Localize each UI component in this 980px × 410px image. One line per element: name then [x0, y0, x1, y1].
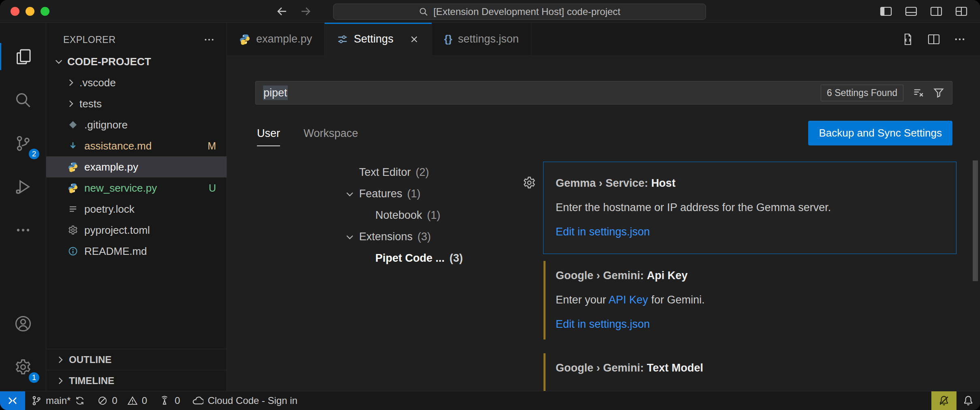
tree-item-assistance-md[interactable]: assistance.md M — [46, 135, 227, 156]
edit-in-settings-json-link[interactable]: Edit in settings.json — [556, 317, 650, 331]
manage-settings-button[interactable]: 1 — [0, 345, 46, 389]
accounts-activity-button[interactable] — [0, 302, 46, 345]
split-editor-icon[interactable] — [927, 33, 940, 46]
run-debug-activity-button[interactable] — [0, 165, 46, 208]
ellipsis-icon — [15, 222, 32, 239]
traffic-lights — [11, 7, 49, 16]
python-icon — [67, 183, 79, 193]
tree-root-code-project[interactable]: CODE-PROJECT — [46, 51, 227, 72]
toc-item-features[interactable]: Features (1) — [227, 183, 543, 205]
toc-item-text-editor[interactable]: Text Editor (2) — [227, 162, 543, 183]
chevron-right-icon — [55, 354, 66, 365]
explorer-activity-button[interactable] — [0, 35, 46, 78]
json-braces-icon: {} — [444, 33, 452, 45]
gear-file-icon — [67, 225, 79, 235]
toc-item-notebook[interactable]: Notebook (1) — [227, 205, 543, 226]
customize-layout-icon[interactable] — [954, 5, 969, 18]
chevron-right-icon — [66, 77, 76, 88]
notifications-bell[interactable] — [956, 391, 980, 410]
setting-gemma-service-host[interactable]: Gemma › Service: Host Enter the hostname… — [543, 162, 956, 254]
lock-file-lines-icon — [67, 204, 79, 214]
tree-item-vscode[interactable]: .vscode — [46, 72, 227, 93]
tab-settings-json[interactable]: {} settings.json — [432, 23, 531, 56]
close-tab-icon[interactable] — [409, 34, 419, 45]
window-title: [Extension Development Host] code-projec… — [433, 6, 621, 17]
activity-bar: 2 — [0, 23, 46, 391]
search-activity-button[interactable] — [0, 78, 46, 122]
tree-item-pyproject-toml[interactable]: pyproject.toml — [46, 220, 227, 241]
more-actions-icon[interactable] — [953, 33, 966, 46]
scope-tab-workspace[interactable]: Workspace — [304, 127, 358, 146]
explorer-more-actions-icon[interactable] — [203, 34, 215, 46]
back-icon[interactable] — [276, 5, 289, 18]
settings-badge: 1 — [28, 372, 40, 384]
minimize-window-button[interactable] — [26, 7, 34, 16]
errors-icon — [97, 395, 108, 406]
python-icon — [67, 162, 79, 172]
timeline-section-header[interactable]: TIMELINE — [46, 370, 227, 391]
source-control-activity-button[interactable]: 2 — [0, 122, 46, 165]
scope-tab-user[interactable]: User — [257, 127, 280, 146]
bell-slash-icon — [938, 395, 950, 406]
remote-indicator[interactable] — [0, 391, 25, 410]
zoom-window-button[interactable] — [41, 7, 49, 16]
tree-item-poetry-lock[interactable]: poetry.lock — [46, 199, 227, 220]
gear-icon — [14, 358, 32, 376]
toggle-secondary-sidebar-icon[interactable] — [929, 5, 944, 18]
command-center-search[interactable]: [Extension Development Host] code-projec… — [333, 4, 706, 20]
bell-icon — [963, 395, 974, 406]
git-diamond-icon — [67, 120, 79, 130]
edit-in-settings-json-link[interactable]: Edit in settings.json — [556, 224, 650, 239]
ports-count: 0 — [175, 395, 180, 406]
setting-google-gemini-text-model[interactable]: Google › Gemini: Text Model — [543, 346, 956, 390]
problems-status-item[interactable]: 0 0 — [91, 391, 153, 410]
tab-bar: example.py Settings {} settings.json — [227, 23, 980, 56]
outline-section-header[interactable]: OUTLINE — [46, 349, 227, 370]
settings-found-badge: 6 Settings Found — [821, 85, 903, 101]
additional-views-button[interactable] — [0, 208, 46, 252]
settings-search-input[interactable]: pipet 6 Settings Found — [255, 81, 952, 105]
source-control-badge: 2 — [28, 148, 40, 160]
do-not-disturb-status-item[interactable] — [931, 391, 956, 410]
setting-description: Enter the hostname or IP address for the… — [556, 200, 944, 215]
chevron-down-icon — [344, 189, 359, 199]
file-tree: CODE-PROJECT .vscode tests .gitignore as… — [46, 51, 227, 349]
clear-settings-search-icon[interactable] — [912, 87, 924, 99]
editor-group: example.py Settings {} settings.json — [227, 23, 980, 391]
api-key-link[interactable]: API Key — [609, 294, 648, 306]
tree-item-new-service-py[interactable]: new_service.py U — [46, 177, 227, 199]
backup-sync-settings-button[interactable]: Backup and Sync Settings — [808, 121, 952, 145]
tab-settings[interactable]: Settings — [325, 23, 432, 56]
source-control-branch-icon — [15, 135, 32, 152]
warnings-count: 0 — [142, 395, 147, 406]
toc-item-pipet-code[interactable]: Pipet Code ... (3) — [227, 248, 543, 269]
tree-item-readme-md[interactable]: README.md — [46, 241, 227, 262]
open-settings-json-icon[interactable] — [901, 33, 914, 46]
toc-item-extensions[interactable]: Extensions (3) — [227, 226, 543, 248]
chevron-down-icon — [53, 56, 64, 67]
radio-tower-icon — [159, 395, 170, 406]
tab-example-py[interactable]: example.py — [227, 23, 325, 56]
tree-item-tests[interactable]: tests — [46, 93, 227, 114]
filter-funnel-icon[interactable] — [933, 87, 945, 99]
tree-item-gitignore[interactable]: .gitignore — [46, 114, 227, 135]
run-and-debug-icon — [15, 178, 32, 195]
vertical-scrollbar[interactable] — [973, 160, 978, 281]
toggle-panel-icon[interactable] — [904, 5, 918, 18]
forward-icon[interactable] — [299, 5, 312, 18]
close-window-button[interactable] — [11, 7, 19, 16]
python-icon — [239, 34, 250, 45]
toggle-sidebar-icon[interactable] — [879, 5, 893, 18]
ports-status-item[interactable]: 0 — [153, 391, 186, 410]
titlebar: [Extension Development Host] code-projec… — [0, 0, 980, 23]
chevron-down-icon — [344, 232, 359, 242]
setting-google-gemini-api-key[interactable]: Google › Gemini: Api Key Enter your API … — [543, 254, 956, 346]
branch-name: main* — [46, 395, 71, 406]
tab-label: Settings — [354, 33, 394, 45]
cloud-code-status-item[interactable]: Cloud Code - Sign in — [186, 391, 303, 410]
tree-item-example-py[interactable]: example.py — [46, 156, 227, 177]
branch-status-item[interactable]: main* — [25, 391, 91, 410]
setting-description: Enter your API Key for Gemini. — [556, 293, 944, 307]
search-icon — [15, 92, 32, 109]
setting-gear-icon[interactable] — [522, 176, 536, 190]
